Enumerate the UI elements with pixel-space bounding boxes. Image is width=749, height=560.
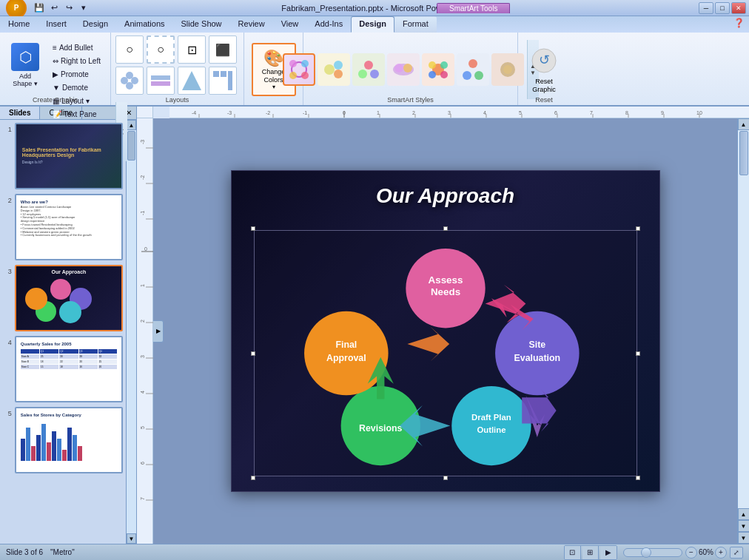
zoom-in-button[interactable]: + xyxy=(715,547,727,559)
svg-text:↺: ↺ xyxy=(539,53,550,67)
slide5-chart xyxy=(21,420,117,461)
prev-slide-button[interactable]: ▲ xyxy=(738,508,750,520)
slide-preview-1[interactable]: Sales Presentation for Fabrikam Headquar… xyxy=(15,123,123,189)
svg-point-29 xyxy=(468,59,477,68)
quick-access-dropdown[interactable]: ▾ xyxy=(77,1,90,15)
slideshow-button[interactable]: ▶ xyxy=(600,546,617,559)
svg-text:4: 4 xyxy=(483,110,486,115)
smartart-style-4[interactable] xyxy=(387,53,420,86)
undo-button[interactable]: ↩ xyxy=(47,1,61,15)
layout-item-5[interactable] xyxy=(115,67,144,95)
smartart-styles-content: ▲ ▼ xyxy=(283,36,539,104)
slide2-title: Who are we? xyxy=(21,200,117,204)
slide-num-1: 1 xyxy=(3,126,12,133)
svg-text:3: 3 xyxy=(448,110,451,115)
promote-button[interactable]: ▶ Promote xyxy=(49,68,104,81)
promote-label: Promote xyxy=(61,70,89,78)
svg-text:3: 3 xyxy=(140,355,145,358)
fit-window-button[interactable]: ⤢ xyxy=(730,547,743,559)
svg-rect-7 xyxy=(213,71,219,77)
slide1-title: Sales Presentation for Fabrikam Headquar… xyxy=(22,147,115,158)
svg-point-28 xyxy=(440,71,448,78)
smartart-style-6[interactable] xyxy=(457,53,489,86)
close-button[interactable]: ✕ xyxy=(731,2,746,14)
tab-home[interactable]: Home xyxy=(0,16,38,33)
window-controls: ─ □ ✕ xyxy=(699,2,746,14)
tab-insert[interactable]: Insert xyxy=(38,16,75,33)
smartart-style-5[interactable] xyxy=(422,53,454,86)
svg-point-17 xyxy=(334,70,343,78)
tab-smartart-format[interactable]: Format xyxy=(394,16,437,33)
slide-preview-4[interactable]: Quarterly Sales for 2005 Q1 Q2 Q3 Q4 Sto… xyxy=(15,336,123,402)
scroll-up-button[interactable]: ▲ xyxy=(738,118,750,130)
svg-text:Assess: Assess xyxy=(428,274,463,286)
text-pane-button[interactable]: 📝 Text Pane xyxy=(49,108,104,121)
vertical-scrollbar[interactable]: ▲ ▲ ▼ ▼ xyxy=(737,118,749,544)
slide-thumb-1: 1 Sales Presentation for Fabrikam Headqu… xyxy=(3,123,123,189)
svg-text:1: 1 xyxy=(377,110,380,115)
help-icon[interactable]: ❓ xyxy=(729,16,749,33)
slides-scroll-down[interactable]: ▼ xyxy=(127,533,136,544)
slide5-title: Sales for Stores by Category xyxy=(21,413,117,417)
canvas-area[interactable]: ▶ Our Approach Assess Needs xyxy=(153,118,737,544)
svg-rect-4 xyxy=(151,75,170,80)
slide-preview-3[interactable]: Our Approach xyxy=(15,265,123,331)
maximize-button[interactable]: □ xyxy=(715,2,730,14)
tab-view[interactable]: View xyxy=(273,16,307,33)
minimize-button[interactable]: ─ xyxy=(699,2,713,14)
scroll-thumb[interactable] xyxy=(739,131,748,175)
zoom-thumb[interactable] xyxy=(641,547,651,558)
zoom-slider[interactable] xyxy=(623,548,682,557)
slides-panel-scrollbar[interactable]: ▲ ▼ xyxy=(126,120,136,544)
tab-addins[interactable]: Add-Ins xyxy=(306,16,351,33)
svg-point-18 xyxy=(364,61,373,70)
normal-view-button[interactable]: ⊡ xyxy=(565,546,581,559)
add-shape-button[interactable]: ⬡ AddShape ▾ xyxy=(6,38,44,90)
demote-button[interactable]: ▼ Demote xyxy=(49,81,104,94)
slide-thumb-5: 5 Sales for Stores by Category xyxy=(3,407,123,473)
tab-slideshow[interactable]: Slide Show xyxy=(173,16,230,33)
slide-thumb-4: 4 Quarterly Sales for 2005 Q1 Q2 Q3 Q4 xyxy=(3,336,123,402)
smartart-style-1[interactable] xyxy=(283,53,315,86)
layout-item-7[interactable] xyxy=(178,67,206,95)
smartart-diagram-container[interactable]: Assess Needs Site Evaluation Draft Plan … xyxy=(254,230,637,476)
slide-preview-2[interactable]: Who are we? Aaron Lee started Contoso La… xyxy=(15,194,123,260)
slides-scroll-track xyxy=(127,130,136,533)
scroll-down-button[interactable]: ▼ xyxy=(738,532,750,544)
add-bullet-button[interactable]: ≡ Add Bullet xyxy=(49,41,104,54)
zoom-out-button[interactable]: − xyxy=(685,547,697,559)
tab-review[interactable]: Review xyxy=(230,16,273,33)
svg-text:-2: -2 xyxy=(140,175,145,180)
smartart-style-2[interactable] xyxy=(318,53,350,86)
main-slide[interactable]: Our Approach Assess Needs Site xyxy=(231,170,660,492)
slide-preview-5[interactable]: Sales for Stores by Category xyxy=(15,407,123,473)
add-shape-label: AddShape ▾ xyxy=(13,72,38,87)
layout-item-4[interactable]: ⬛ xyxy=(209,36,237,64)
tab-design[interactable]: Design xyxy=(75,16,116,33)
tab-smartart-design[interactable]: Design xyxy=(351,16,394,33)
reset-graphic-button[interactable]: ↺ ResetGraphic xyxy=(523,42,565,97)
slide-sorter-button[interactable]: ⊞ xyxy=(582,546,599,559)
layout-item-1[interactable]: ○ xyxy=(115,36,144,64)
title-bar: P 💾 ↩ ↪ ▾ Fabrikam_Presentation.pptx - M… xyxy=(0,0,749,16)
slide-thumb-2: 2 Who are we? Aaron Lee started Contoso … xyxy=(3,194,123,260)
tab-animations[interactable]: Animations xyxy=(116,16,172,33)
layout-item-3[interactable]: ⊡ xyxy=(178,36,206,64)
office-button[interactable]: P xyxy=(6,0,27,18)
smartart-tools-label: SmartArt Tools xyxy=(437,3,510,13)
layout-item-2[interactable]: ○ xyxy=(147,36,175,64)
layout-item-6[interactable] xyxy=(147,67,175,95)
redo-button[interactable]: ↪ xyxy=(62,1,75,15)
save-button[interactable]: 💾 xyxy=(33,1,46,15)
svg-text:-3: -3 xyxy=(227,110,232,115)
layout-item-8[interactable] xyxy=(209,67,237,95)
create-graphic-buttons: ≡ Add Bullet ⇔ Right to Left ▶ Promote ▼… xyxy=(49,41,104,121)
svg-text:-2: -2 xyxy=(266,110,270,115)
smartart-style-3[interactable] xyxy=(352,53,385,86)
next-slide-button[interactable]: ▼ xyxy=(738,520,750,532)
promote-icon: ▶ xyxy=(53,70,58,78)
content-with-rulers: -4 -3 -2 -1 0 1 2 3 4 xyxy=(137,107,749,544)
right-to-left-button[interactable]: ⇔ Right to Left xyxy=(49,55,104,67)
panel-collapse-arrow[interactable]: ▶ xyxy=(153,320,164,343)
svg-text:Approval: Approval xyxy=(326,353,366,363)
